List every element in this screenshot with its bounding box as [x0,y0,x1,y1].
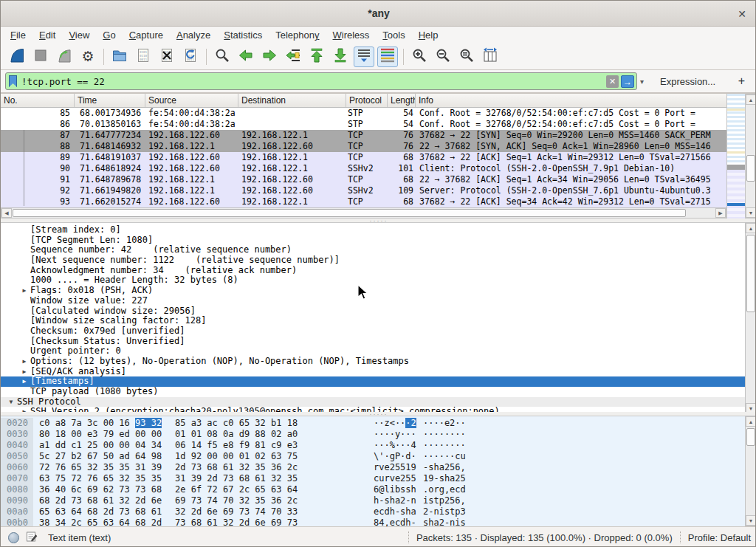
go-forward-button[interactable] [259,47,280,67]
scrollbar-thumb[interactable] [746,235,755,312]
display-filter-input[interactable]: !tcp.port == 22 ✕ → [5,72,637,90]
capture-stop-button[interactable] [30,47,51,67]
hex-row-0050[interactable]: 00505c 27 b2 67 50 ad 64 981d 92 00 00 0… [1,451,745,462]
packet-row-91[interactable]: 9171.648789678192.168.122.1192.168.122.6… [1,174,726,185]
capture-start-button[interactable] [7,47,27,67]
column-header-destination[interactable]: Destination [238,94,346,107]
packet-row-88[interactable]: 8871.648146932192.168.122.1192.168.122.6… [1,141,726,152]
profile-text[interactable]: Profile: Default [688,532,751,543]
hex-row-0070[interactable]: 007063 75 72 76 65 32 35 3531 39 2d 73 6… [1,473,745,484]
detail-row[interactable]: Window size value: 227 [1,296,745,306]
column-header-no[interactable]: No. [1,94,75,107]
go-bottom-button[interactable] [330,47,351,67]
capture-restart-button[interactable] [54,47,75,67]
packet-row-93[interactable]: 9371.662015274192.168.122.60192.168.122.… [1,196,726,207]
scrollbar-thumb[interactable] [746,155,755,182]
menu-item-capture[interactable]: Capture [123,28,170,42]
packet-list-minimap[interactable] [726,94,745,219]
packet-row-85[interactable]: 8568.001734936fe:54:00:d4:38:2aSTP54Conf… [1,108,726,119]
packet-row-87[interactable]: 8771.647777234192.168.122.60192.168.122.… [1,130,726,141]
zoom-in-button[interactable] [409,47,430,67]
titlebar[interactable]: *any ✕ [1,1,756,27]
details-vscrollbar[interactable]: ▲ ▼ [745,222,756,414]
expression-button[interactable]: Expression... [660,76,715,87]
detail-row[interactable]: Urgent pointer: 0 [1,346,745,357]
hex-row-00b0[interactable]: 00b038 34 2c 65 63 64 68 2d73 68 61 32 2… [1,517,745,526]
colorize-button[interactable] [377,47,398,67]
file-save-button[interactable]: 010101100011 [133,47,154,67]
capture-options-button[interactable]: ⚙ [78,47,98,67]
zoom-reset-button[interactable] [456,47,477,67]
filter-apply-button[interactable]: → [621,75,634,88]
expert-info-icon[interactable] [8,532,19,543]
detail-row[interactable]: ▼SSH Protocol [1,397,745,407]
file-open-button[interactable] [109,47,130,67]
filter-bookmark-icon[interactable] [9,75,17,87]
file-close-button[interactable]: 010101100011 [157,47,177,67]
scroll-right-icon[interactable]: ▶ [715,208,726,218]
capture-comment-icon[interactable] [26,531,38,545]
hex-row-0030[interactable]: 003080 18 00 e3 79 ed 00 0001 01 08 0a d… [1,429,745,440]
detail-row[interactable]: [TCP Segment Len: 1080] [1,235,745,246]
hex-row-0060[interactable]: 006072 76 65 32 35 35 31 392d 73 68 61 3… [1,462,745,473]
hex-row-0040[interactable]: 0040a1 dd c1 25 00 00 04 3406 14 f5 e8 f… [1,440,745,451]
detail-row[interactable]: [Window size scaling factor: 128] [1,316,745,326]
detail-row[interactable]: 1000 .... = Header Length: 32 bytes (8) [1,275,745,286]
chevron-right-icon[interactable]: ▶ [18,286,30,296]
scroll-up-icon[interactable]: ▲ [746,223,756,233]
packet-row-90[interactable]: 9071.648618924192.168.122.60192.168.122.… [1,163,726,174]
hex-row-0020[interactable]: 0020c0 a8 7a 3c 00 16 93 3285 a3 ac c0 6… [1,418,745,429]
column-header-protocol[interactable]: Protocol [346,94,388,107]
column-header-time[interactable]: Time [75,94,145,107]
menu-item-file[interactable]: File [4,28,32,42]
scroll-left-icon[interactable]: ◀ [1,208,12,218]
chevron-right-icon[interactable]: ▶ [18,367,30,377]
menu-item-edit[interactable]: Edit [32,28,62,42]
find-packet-button[interactable] [212,47,233,67]
menu-item-statistics[interactable]: Statistics [217,28,269,42]
packet-row-89[interactable]: 8971.648191037192.168.122.60192.168.122.… [1,152,726,163]
detail-row[interactable]: [Checksum Status: Unverified] [1,337,745,347]
chevron-down-icon[interactable]: ▼ [5,397,17,407]
detail-row[interactable]: ▶Flags: 0x018 (PSH, ACK) [1,286,745,296]
detail-row[interactable]: [Next sequence number: 1122 (relative se… [1,255,745,266]
detail-row[interactable]: Acknowledgment number: 34 (relative ack … [1,266,745,276]
menu-item-view[interactable]: View [62,28,96,42]
scrollbar-thumb[interactable] [746,428,755,446]
detail-row[interactable]: TCP payload (1080 bytes) [1,387,745,397]
resize-columns-button[interactable] [480,47,501,67]
filter-clear-button[interactable]: ✕ [606,75,619,88]
zoom-out-button[interactable] [433,47,453,67]
menu-item-go[interactable]: Go [96,28,122,42]
menu-item-analyze[interactable]: Analyze [170,28,217,42]
auto-scroll-button[interactable] [354,47,374,67]
column-header-source[interactable]: Source [145,94,238,107]
reload-button[interactable]: 010101100011 [180,47,201,67]
scroll-up-icon[interactable]: ▲ [746,94,756,105]
packet-row-92[interactable]: 9271.661949820192.168.122.1192.168.122.6… [1,185,726,196]
detail-row[interactable]: [Stream index: 0] [1,225,745,235]
scroll-down-icon[interactable]: ▼ [746,515,756,526]
column-header-length[interactable]: Length [388,94,416,107]
menu-item-telephony[interactable]: Telephony [269,28,326,42]
go-to-packet-button[interactable] [283,47,303,67]
scroll-down-icon[interactable]: ▼ [746,207,756,218]
packet-list-vscrollbar[interactable]: ▲ ▼ [745,94,756,219]
menu-item-help[interactable]: Help [412,28,445,42]
scroll-up-icon[interactable]: ▲ [746,416,756,427]
detail-row[interactable]: Sequence number: 42 (relative sequence n… [1,245,745,255]
menu-item-wireless[interactable]: Wireless [326,28,377,42]
detail-row[interactable]: ▶[Timestamps] [1,376,745,387]
chevron-right-icon[interactable]: ▶ [18,357,30,367]
filter-dropdown-caret[interactable]: ▾ [640,78,644,86]
hex-row-00a0[interactable]: 00a065 63 64 68 2d 73 68 6132 2d 6e 69 7… [1,506,745,517]
go-back-button[interactable] [236,47,256,67]
scrollbar-thumb[interactable] [13,209,686,217]
menu-item-tools[interactable]: Tools [376,28,411,42]
chevron-right-icon[interactable]: ▶ [18,376,30,387]
detail-row[interactable]: Checksum: 0x79ed [unverified] [1,326,745,337]
column-header-info[interactable]: Info [416,94,745,107]
hex-row-0090[interactable]: 009068 2d 73 68 61 32 2d 6e69 73 74 70 3… [1,495,745,506]
detail-row[interactable]: [Calculated window size: 29056] [1,306,745,317]
packet-row-86[interactable]: 8670.013850163fe:54:00:d4:38:2aSTP54Conf… [1,119,726,130]
